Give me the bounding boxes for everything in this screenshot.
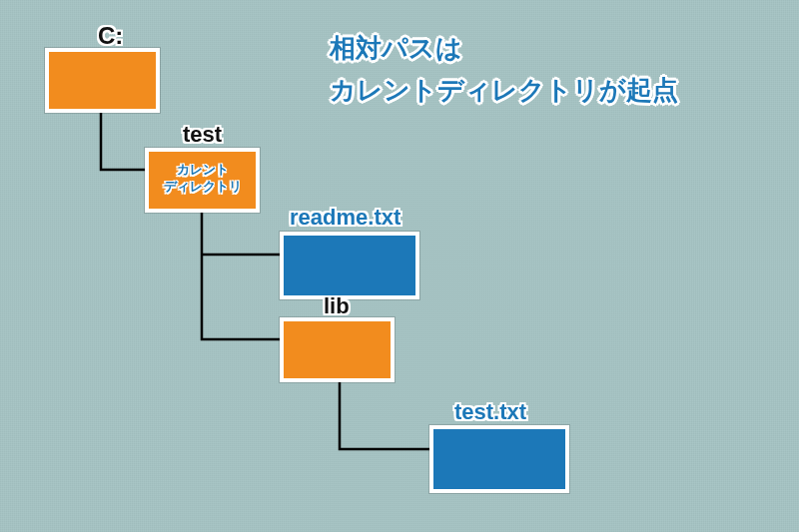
test-sub1: カレント <box>177 162 229 177</box>
node-testtxt-label: test.txt <box>454 399 526 425</box>
node-test: カレント ディレクトリ <box>145 148 260 213</box>
node-c-label: C: <box>98 22 123 50</box>
node-lib <box>280 317 395 382</box>
node-c-drive <box>45 48 160 113</box>
node-readme <box>280 232 419 299</box>
node-readme-label: readme.txt <box>290 205 400 231</box>
node-test-label: test <box>183 122 222 148</box>
test-sub2: ディレクトリ <box>164 179 242 194</box>
node-lib-label: lib <box>324 293 350 319</box>
title-line1: 相対パスは <box>330 33 462 63</box>
diagram-title: 相対パスは カレントディレクトリが起点 <box>330 28 678 111</box>
title-line2: カレントディレクトリが起点 <box>330 75 678 105</box>
node-testtxt <box>429 425 569 493</box>
